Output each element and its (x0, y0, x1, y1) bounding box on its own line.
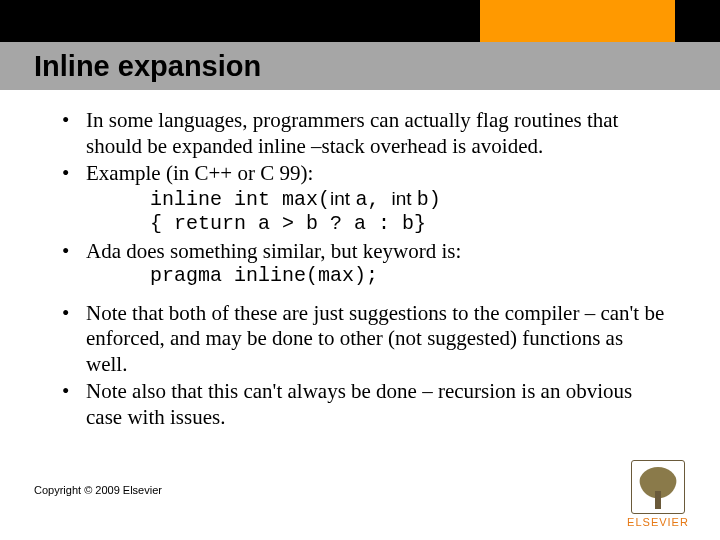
bullet-item: Example (in C++ or C 99): inline int max… (58, 161, 668, 236)
bullet-list: Note that both of these are just suggest… (58, 301, 668, 431)
code-text: int (391, 188, 416, 209)
code-text: pragma inline(max); (150, 264, 378, 287)
bullet-text: Example (in C++ or C 99): (86, 161, 313, 185)
code-text: inline int max( (150, 188, 330, 211)
bullet-text: Ada does something similar, but keyword … (86, 239, 461, 263)
code-text: a, (355, 188, 391, 211)
bullet-text: Note that both of these are just suggest… (86, 301, 664, 376)
bullet-text: Note also that this can't always be done… (86, 379, 632, 429)
code-text: b) (417, 188, 441, 211)
code-text: int (330, 188, 355, 209)
bullet-list: In some languages, programmers can actua… (58, 108, 668, 289)
code-block: pragma inline(max); (150, 264, 668, 288)
bullet-item: Note also that this can't always be done… (58, 379, 668, 430)
bullet-text: In some languages, programmers can actua… (86, 108, 618, 158)
header-orange-block (480, 0, 675, 42)
bullet-item: Note that both of these are just suggest… (58, 301, 668, 378)
code-block: inline int max(int a, int b) { return a … (150, 187, 668, 237)
content-area: In some languages, programmers can actua… (58, 108, 668, 433)
elsevier-logo: ELSEVIER (618, 460, 698, 528)
copyright-text: Copyright © 2009 Elsevier (34, 484, 162, 496)
bullet-item: Ada does something similar, but keyword … (58, 239, 668, 289)
elsevier-tree-icon (631, 460, 685, 514)
slide-title: Inline expansion (34, 50, 261, 83)
elsevier-wordmark: ELSEVIER (618, 516, 698, 528)
title-bar: Inline expansion (0, 42, 720, 90)
code-text: { return a > b ? a : b} (150, 212, 426, 235)
bullet-item: In some languages, programmers can actua… (58, 108, 668, 159)
